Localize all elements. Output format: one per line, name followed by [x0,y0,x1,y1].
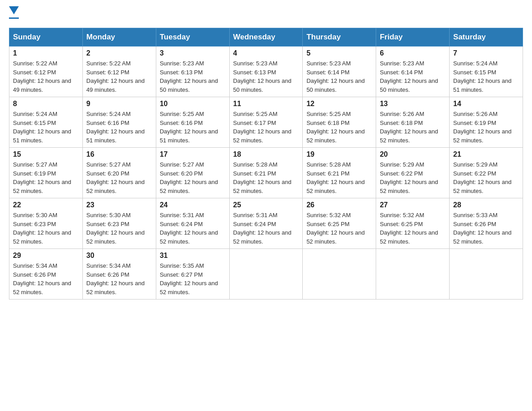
day-cell-7: 7 Sunrise: 5:24 AM Sunset: 6:15 PM Dayli… [450,47,523,97]
day-number: 29 [13,252,79,260]
day-cell-27: 27 Sunrise: 5:32 AM Sunset: 6:25 PM Dayl… [376,198,450,249]
day-cell-26: 26 Sunrise: 5:32 AM Sunset: 6:25 PM Dayl… [303,198,376,249]
day-info: Sunrise: 5:25 AM Sunset: 6:18 PM Dayligh… [306,110,372,145]
day-number: 15 [13,150,79,158]
day-info: Sunrise: 5:22 AM Sunset: 6:12 PM Dayligh… [86,59,152,94]
day-number: 4 [233,49,299,57]
day-number: 16 [86,150,152,158]
day-number: 23 [86,201,152,209]
day-number: 17 [160,150,226,158]
day-number: 30 [86,252,152,260]
day-number: 22 [13,201,79,209]
day-info: Sunrise: 5:27 AM Sunset: 6:20 PM Dayligh… [86,160,152,195]
svg-marker-0 [9,6,19,14]
week-row-4: 22 Sunrise: 5:30 AM Sunset: 6:23 PM Dayl… [9,198,523,249]
day-cell-19: 19 Sunrise: 5:28 AM Sunset: 6:21 PM Dayl… [303,148,376,198]
day-info: Sunrise: 5:23 AM Sunset: 6:14 PM Dayligh… [380,59,446,94]
weekday-header-tuesday: Tuesday [156,28,229,47]
day-number: 18 [233,150,299,158]
day-cell-5: 5 Sunrise: 5:23 AM Sunset: 6:14 PM Dayli… [303,47,376,97]
day-info: Sunrise: 5:25 AM Sunset: 6:16 PM Dayligh… [160,110,226,145]
day-cell-13: 13 Sunrise: 5:26 AM Sunset: 6:18 PM Dayl… [376,97,450,148]
day-info: Sunrise: 5:32 AM Sunset: 6:25 PM Dayligh… [306,211,372,246]
weekday-header-friday: Friday [376,28,450,47]
day-info: Sunrise: 5:30 AM Sunset: 6:23 PM Dayligh… [86,211,152,246]
day-cell-24: 24 Sunrise: 5:31 AM Sunset: 6:24 PM Dayl… [156,198,229,249]
day-number: 19 [306,150,372,158]
day-cell-15: 15 Sunrise: 5:27 AM Sunset: 6:19 PM Dayl… [9,148,83,198]
day-cell-29: 29 Sunrise: 5:34 AM Sunset: 6:26 PM Dayl… [9,249,83,300]
day-cell-20: 20 Sunrise: 5:29 AM Sunset: 6:22 PM Dayl… [376,148,450,198]
day-info: Sunrise: 5:29 AM Sunset: 6:22 PM Dayligh… [380,160,446,195]
day-info: Sunrise: 5:31 AM Sunset: 6:24 PM Dayligh… [160,211,226,246]
day-cell-14: 14 Sunrise: 5:26 AM Sunset: 6:19 PM Dayl… [450,97,523,148]
day-number: 11 [233,100,299,108]
week-row-5: 29 Sunrise: 5:34 AM Sunset: 6:26 PM Dayl… [9,249,523,300]
week-row-3: 15 Sunrise: 5:27 AM Sunset: 6:19 PM Dayl… [9,148,523,198]
day-number: 27 [380,201,446,209]
day-cell-23: 23 Sunrise: 5:30 AM Sunset: 6:23 PM Dayl… [82,198,156,249]
day-info: Sunrise: 5:28 AM Sunset: 6:21 PM Dayligh… [306,160,372,195]
empty-cell [376,249,450,300]
empty-cell [303,249,376,300]
day-info: Sunrise: 5:25 AM Sunset: 6:17 PM Dayligh… [233,110,299,145]
day-cell-31: 31 Sunrise: 5:35 AM Sunset: 6:27 PM Dayl… [156,249,229,300]
day-number: 5 [306,49,372,57]
day-number: 3 [160,49,226,57]
empty-cell [229,249,303,300]
day-cell-8: 8 Sunrise: 5:24 AM Sunset: 6:15 PM Dayli… [9,97,83,148]
day-cell-28: 28 Sunrise: 5:33 AM Sunset: 6:26 PM Dayl… [450,198,523,249]
day-info: Sunrise: 5:23 AM Sunset: 6:13 PM Dayligh… [160,59,226,94]
weekday-header-row: SundayMondayTuesdayWednesdayThursdayFrid… [9,28,523,47]
day-number: 1 [13,49,79,57]
logo [9,9,19,19]
day-info: Sunrise: 5:34 AM Sunset: 6:26 PM Dayligh… [13,261,79,296]
weekday-header-monday: Monday [82,28,156,47]
day-info: Sunrise: 5:24 AM Sunset: 6:15 PM Dayligh… [453,59,519,94]
day-number: 25 [233,201,299,209]
day-info: Sunrise: 5:26 AM Sunset: 6:18 PM Dayligh… [380,110,446,145]
logo-arrow-icon [9,6,19,16]
day-cell-11: 11 Sunrise: 5:25 AM Sunset: 6:17 PM Dayl… [229,97,303,148]
day-number: 31 [160,252,226,260]
weekday-header-sunday: Sunday [9,28,83,47]
day-cell-6: 6 Sunrise: 5:23 AM Sunset: 6:14 PM Dayli… [376,47,450,97]
calendar: SundayMondayTuesdayWednesdayThursdayFrid… [9,28,523,300]
day-cell-2: 2 Sunrise: 5:22 AM Sunset: 6:12 PM Dayli… [82,47,156,97]
day-number: 12 [306,100,372,108]
day-number: 24 [160,201,226,209]
day-info: Sunrise: 5:35 AM Sunset: 6:27 PM Dayligh… [160,261,226,296]
day-cell-18: 18 Sunrise: 5:28 AM Sunset: 6:21 PM Dayl… [229,148,303,198]
day-number: 14 [453,100,519,108]
day-info: Sunrise: 5:24 AM Sunset: 6:16 PM Dayligh… [86,110,152,145]
day-cell-1: 1 Sunrise: 5:22 AM Sunset: 6:12 PM Dayli… [9,47,83,97]
day-cell-3: 3 Sunrise: 5:23 AM Sunset: 6:13 PM Dayli… [156,47,229,97]
day-cell-30: 30 Sunrise: 5:34 AM Sunset: 6:26 PM Dayl… [82,249,156,300]
day-info: Sunrise: 5:28 AM Sunset: 6:21 PM Dayligh… [233,160,299,195]
day-info: Sunrise: 5:23 AM Sunset: 6:13 PM Dayligh… [233,59,299,94]
day-number: 26 [306,201,372,209]
day-number: 8 [13,100,79,108]
day-cell-12: 12 Sunrise: 5:25 AM Sunset: 6:18 PM Dayl… [303,97,376,148]
day-number: 28 [453,201,519,209]
empty-cell [450,249,523,300]
day-info: Sunrise: 5:33 AM Sunset: 6:26 PM Dayligh… [453,211,519,246]
day-cell-17: 17 Sunrise: 5:27 AM Sunset: 6:20 PM Dayl… [156,148,229,198]
day-cell-16: 16 Sunrise: 5:27 AM Sunset: 6:20 PM Dayl… [82,148,156,198]
day-cell-10: 10 Sunrise: 5:25 AM Sunset: 6:16 PM Dayl… [156,97,229,148]
day-info: Sunrise: 5:24 AM Sunset: 6:15 PM Dayligh… [13,110,79,145]
day-info: Sunrise: 5:23 AM Sunset: 6:14 PM Dayligh… [306,59,372,94]
day-number: 13 [380,100,446,108]
day-info: Sunrise: 5:31 AM Sunset: 6:24 PM Dayligh… [233,211,299,246]
day-number: 20 [380,150,446,158]
weekday-header-wednesday: Wednesday [229,28,303,47]
page-header [9,9,523,19]
day-info: Sunrise: 5:27 AM Sunset: 6:19 PM Dayligh… [13,160,79,195]
day-cell-9: 9 Sunrise: 5:24 AM Sunset: 6:16 PM Dayli… [82,97,156,148]
day-cell-22: 22 Sunrise: 5:30 AM Sunset: 6:23 PM Dayl… [9,198,83,249]
day-number: 9 [86,100,152,108]
day-number: 21 [453,150,519,158]
day-cell-25: 25 Sunrise: 5:31 AM Sunset: 6:24 PM Dayl… [229,198,303,249]
day-number: 6 [380,49,446,57]
day-info: Sunrise: 5:34 AM Sunset: 6:26 PM Dayligh… [86,261,152,296]
